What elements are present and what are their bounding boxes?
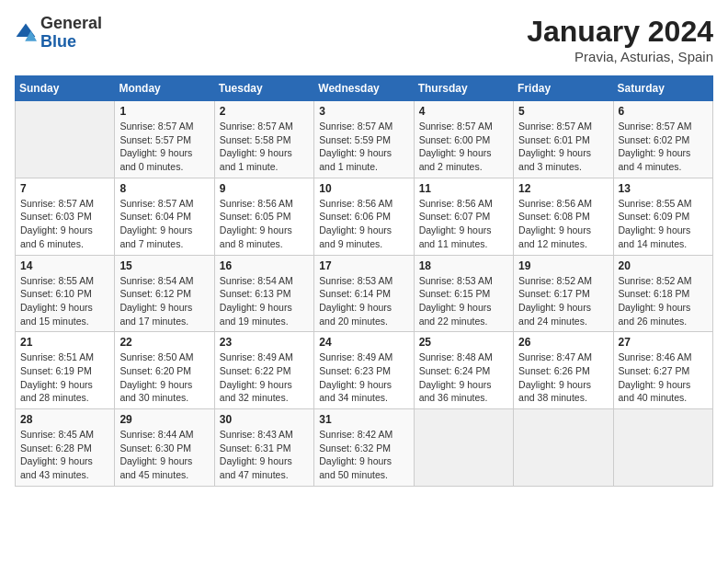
calendar-cell: 7Sunrise: 8:57 AMSunset: 6:03 PMDaylight… [16,178,115,255]
day-info: Sunrise: 8:46 AMSunset: 6:27 PMDaylight:… [619,350,708,405]
day-number: 23 [220,336,309,349]
day-number: 17 [319,259,408,272]
day-number: 2 [220,105,309,118]
day-info: Sunrise: 8:49 AMSunset: 6:23 PMDaylight:… [319,350,408,405]
weekday-header-thursday: Thursday [414,76,513,101]
calendar-cell: 21Sunrise: 8:51 AMSunset: 6:19 PMDayligh… [16,332,115,409]
weekday-header-wednesday: Wednesday [314,76,414,101]
calendar-cell: 4Sunrise: 8:57 AMSunset: 6:00 PMDaylight… [414,101,513,178]
calendar-cell: 22Sunrise: 8:50 AMSunset: 6:20 PMDayligh… [115,332,214,409]
day-number: 12 [518,182,608,195]
calendar-cell: 16Sunrise: 8:54 AMSunset: 6:13 PMDayligh… [214,255,313,332]
day-info: Sunrise: 8:57 AMSunset: 6:00 PMDaylight:… [419,120,508,174]
calendar-cell: 2Sunrise: 8:57 AMSunset: 5:58 PMDaylight… [214,101,313,178]
calendar-subtitle: Pravia, Asturias, Spain [527,49,713,64]
calendar-cell: 27Sunrise: 8:46 AMSunset: 6:27 PMDayligh… [613,332,712,409]
day-info: Sunrise: 8:49 AMSunset: 6:22 PMDaylight:… [220,350,309,405]
day-number: 30 [220,413,309,426]
weekday-header-monday: Monday [115,76,214,101]
day-number: 31 [319,413,408,426]
day-info: Sunrise: 8:45 AMSunset: 6:28 PMDaylight:… [20,428,109,482]
day-number: 4 [419,105,508,118]
day-info: Sunrise: 8:47 AMSunset: 6:26 PMDaylight:… [518,350,608,405]
logo: General Blue [15,15,102,52]
day-info: Sunrise: 8:44 AMSunset: 6:30 PMDaylight:… [119,428,209,482]
day-number: 15 [119,259,209,272]
day-info: Sunrise: 8:56 AMSunset: 6:06 PMDaylight:… [319,197,408,251]
day-info: Sunrise: 8:52 AMSunset: 6:17 PMDaylight:… [518,274,608,328]
day-number: 9 [220,182,309,195]
calendar-cell [613,409,712,487]
calendar-cell: 20Sunrise: 8:52 AMSunset: 6:18 PMDayligh… [613,255,712,332]
calendar-cell: 1Sunrise: 8:57 AMSunset: 5:57 PMDaylight… [115,101,214,178]
day-number: 25 [419,336,508,349]
calendar-cell: 24Sunrise: 8:49 AMSunset: 6:23 PMDayligh… [314,332,414,409]
title-block: January 2024 Pravia, Asturias, Spain [527,15,713,64]
day-number: 21 [20,336,109,349]
day-number: 10 [319,182,408,195]
calendar-cell: 8Sunrise: 8:57 AMSunset: 6:04 PMDaylight… [115,178,214,255]
weekday-header-row: SundayMondayTuesdayWednesdayThursdayFrid… [16,76,713,101]
calendar-cell: 6Sunrise: 8:57 AMSunset: 6:02 PMDaylight… [613,101,712,178]
day-info: Sunrise: 8:57 AMSunset: 6:02 PMDaylight:… [619,120,708,174]
calendar-week-row: 28Sunrise: 8:45 AMSunset: 6:28 PMDayligh… [16,409,713,487]
day-info: Sunrise: 8:57 AMSunset: 6:01 PMDaylight:… [518,120,608,174]
calendar-cell: 5Sunrise: 8:57 AMSunset: 6:01 PMDaylight… [514,101,613,178]
page-header: General Blue January 2024 Pravia, Asturi… [15,15,713,64]
day-info: Sunrise: 8:57 AMSunset: 6:03 PMDaylight:… [20,197,109,251]
weekday-header-tuesday: Tuesday [214,76,313,101]
logo-blue: Blue [40,33,102,52]
day-info: Sunrise: 8:50 AMSunset: 6:20 PMDaylight:… [119,350,209,405]
calendar-cell [414,409,513,487]
day-number: 28 [20,413,109,426]
calendar-cell: 19Sunrise: 8:52 AMSunset: 6:17 PMDayligh… [514,255,613,332]
day-number: 26 [518,336,608,349]
day-number: 27 [619,336,708,349]
day-number: 6 [619,105,708,118]
day-number: 5 [518,105,608,118]
calendar-cell: 30Sunrise: 8:43 AMSunset: 6:31 PMDayligh… [214,409,313,487]
day-number: 29 [119,413,209,426]
day-number: 16 [220,259,309,272]
calendar-cell: 17Sunrise: 8:53 AMSunset: 6:14 PMDayligh… [314,255,414,332]
calendar-week-row: 14Sunrise: 8:55 AMSunset: 6:10 PMDayligh… [16,255,713,332]
calendar-header: SundayMondayTuesdayWednesdayThursdayFrid… [16,76,713,101]
day-info: Sunrise: 8:56 AMSunset: 6:08 PMDaylight:… [518,197,608,251]
day-info: Sunrise: 8:53 AMSunset: 6:14 PMDaylight:… [319,274,408,328]
day-info: Sunrise: 8:57 AMSunset: 5:57 PMDaylight:… [119,120,209,174]
day-info: Sunrise: 8:42 AMSunset: 6:32 PMDaylight:… [319,428,408,482]
calendar-cell: 28Sunrise: 8:45 AMSunset: 6:28 PMDayligh… [16,409,115,487]
day-info: Sunrise: 8:48 AMSunset: 6:24 PMDaylight:… [419,350,508,405]
day-number: 19 [518,259,608,272]
calendar-cell: 26Sunrise: 8:47 AMSunset: 6:26 PMDayligh… [514,332,613,409]
day-info: Sunrise: 8:57 AMSunset: 5:59 PMDaylight:… [319,120,408,174]
calendar-title: January 2024 [527,15,713,49]
day-info: Sunrise: 8:52 AMSunset: 6:18 PMDaylight:… [619,274,708,328]
day-number: 3 [319,105,408,118]
calendar-cell: 18Sunrise: 8:53 AMSunset: 6:15 PMDayligh… [414,255,513,332]
calendar-week-row: 21Sunrise: 8:51 AMSunset: 6:19 PMDayligh… [16,332,713,409]
calendar-cell: 31Sunrise: 8:42 AMSunset: 6:32 PMDayligh… [314,409,414,487]
calendar-cell: 23Sunrise: 8:49 AMSunset: 6:22 PMDayligh… [214,332,313,409]
day-number: 20 [619,259,708,272]
day-number: 18 [419,259,508,272]
calendar-cell: 29Sunrise: 8:44 AMSunset: 6:30 PMDayligh… [115,409,214,487]
weekday-header-friday: Friday [514,76,613,101]
calendar-cell: 14Sunrise: 8:55 AMSunset: 6:10 PMDayligh… [16,255,115,332]
calendar-cell: 13Sunrise: 8:55 AMSunset: 6:09 PMDayligh… [613,178,712,255]
day-number: 11 [419,182,508,195]
logo-general: General [40,15,102,33]
weekday-header-sunday: Sunday [16,76,115,101]
weekday-header-saturday: Saturday [613,76,712,101]
day-number: 13 [619,182,708,195]
day-number: 1 [119,105,209,118]
day-info: Sunrise: 8:54 AMSunset: 6:12 PMDaylight:… [119,274,209,328]
calendar-body: 1Sunrise: 8:57 AMSunset: 5:57 PMDaylight… [16,101,713,487]
day-info: Sunrise: 8:56 AMSunset: 6:07 PMDaylight:… [419,197,508,251]
day-info: Sunrise: 8:54 AMSunset: 6:13 PMDaylight:… [220,274,309,328]
calendar-cell: 10Sunrise: 8:56 AMSunset: 6:06 PMDayligh… [314,178,414,255]
logo-text: General Blue [40,15,102,52]
calendar-cell: 15Sunrise: 8:54 AMSunset: 6:12 PMDayligh… [115,255,214,332]
calendar-table: SundayMondayTuesdayWednesdayThursdayFrid… [15,75,713,487]
day-info: Sunrise: 8:53 AMSunset: 6:15 PMDaylight:… [419,274,508,328]
